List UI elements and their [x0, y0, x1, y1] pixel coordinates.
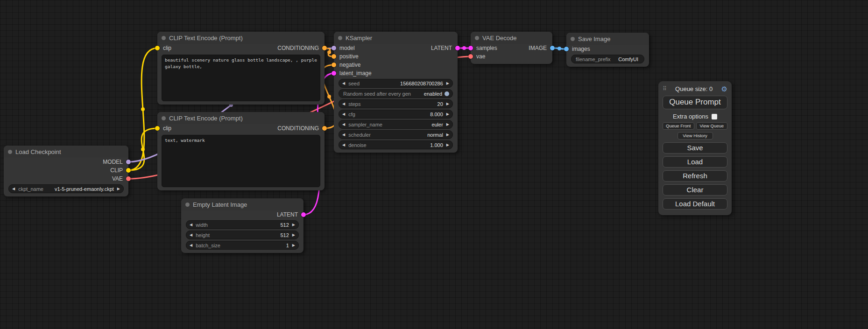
slot-row: LATENT: [181, 210, 303, 219]
arrow-left-icon[interactable]: ◀: [342, 123, 345, 126]
arrow-right-icon[interactable]: ▶: [446, 123, 449, 126]
wire-midpoint-dot: [141, 107, 145, 111]
arrow-left-icon[interactable]: ◀: [342, 133, 345, 137]
arrow-right-icon[interactable]: ▶: [292, 223, 295, 227]
negative-prompt-textarea[interactable]: text, watermark: [162, 135, 320, 187]
node-titlebar[interactable]: CLIP Text Encode (Prompt): [157, 32, 325, 44]
arrow-left-icon[interactable]: ◀: [342, 143, 345, 147]
output-port-vae[interactable]: [126, 176, 131, 181]
node-titlebar[interactable]: CLIP Text Encode (Prompt): [157, 112, 325, 124]
clear-button[interactable]: Clear: [663, 184, 727, 196]
widget-ckpt-name[interactable]: ◀ ckpt_name v1-5-pruned-emaonly.ckpt ▶: [8, 184, 124, 193]
queue-buttons-row: Queue Front View Queue: [663, 122, 727, 130]
input-port-latent-image[interactable]: [332, 71, 336, 76]
widget-width[interactable]: ◀ width 512 ▶: [186, 220, 299, 229]
output-port-conditioning[interactable]: [322, 46, 327, 50]
arrow-left-icon[interactable]: ◀: [342, 102, 345, 106]
widget-steps[interactable]: ◀ steps 20 ▶: [339, 99, 453, 108]
node-titlebar[interactable]: Save Image: [566, 33, 649, 45]
view-queue-button[interactable]: View Queue: [696, 122, 728, 130]
node-title: KSampler: [346, 35, 372, 42]
widget-height[interactable]: ◀ height 512 ▶: [186, 231, 299, 239]
arrow-right-icon[interactable]: ▶: [117, 187, 120, 191]
arrow-right-icon[interactable]: ▶: [446, 112, 449, 116]
arrow-right-icon[interactable]: ▶: [292, 233, 295, 237]
input-port-clip[interactable]: [155, 126, 160, 131]
collapse-dot-icon[interactable]: [185, 203, 190, 207]
node-clip-text-encode-negative[interactable]: CLIP Text Encode (Prompt) clip CONDITION…: [157, 112, 325, 190]
node-load-checkpoint[interactable]: Load Checkpoint MODEL CLIP VAE ◀ ckpt_na…: [4, 146, 128, 196]
arrow-left-icon[interactable]: ◀: [12, 187, 15, 191]
node-titlebar[interactable]: KSampler: [334, 32, 458, 44]
output-port-latent[interactable]: [301, 212, 306, 217]
collapse-dot-icon[interactable]: [475, 36, 479, 40]
slot-row: CLIP: [4, 166, 128, 175]
input-port-clip[interactable]: [155, 46, 160, 50]
widget-scheduler[interactable]: ◀ scheduler normal ▶: [339, 130, 453, 139]
input-port-positive[interactable]: [332, 54, 336, 59]
node-empty-latent-image[interactable]: Empty Latent Image LATENT ◀ width 512 ▶ …: [181, 198, 303, 253]
collapse-dot-icon[interactable]: [571, 37, 575, 41]
arrow-left-icon[interactable]: ◀: [342, 112, 345, 116]
view-history-button[interactable]: View History: [677, 132, 713, 140]
input-port-samples[interactable]: [468, 46, 473, 50]
node-titlebar[interactable]: Load Checkpoint: [4, 146, 128, 158]
arrow-right-icon[interactable]: ▶: [446, 143, 449, 147]
node-titlebar[interactable]: VAE Decode: [471, 32, 552, 44]
queue-prompt-button[interactable]: Queue Prompt: [663, 96, 727, 109]
load-button[interactable]: Load: [663, 156, 727, 168]
input-label-images: images: [572, 46, 590, 52]
widget-cfg[interactable]: ◀ cfg 8.000 ▶: [339, 110, 453, 119]
output-port-model[interactable]: [126, 160, 131, 164]
widget-filename-prefix[interactable]: filename_prefix ComfyUI: [571, 55, 644, 63]
input-port-images[interactable]: [564, 47, 569, 51]
widget-random-seed-toggle[interactable]: Random seed after every gen enabled: [339, 89, 453, 98]
arrow-left-icon[interactable]: ◀: [190, 233, 192, 237]
drag-handle-icon[interactable]: ⠿: [663, 85, 667, 92]
arrow-right-icon[interactable]: ▶: [446, 82, 449, 85]
output-port-clip[interactable]: [126, 168, 131, 173]
toggle-knob-icon[interactable]: [445, 91, 449, 96]
node-save-image[interactable]: Save Image images filename_prefix ComfyU…: [566, 33, 649, 67]
widget-name: cfg: [348, 112, 355, 117]
arrow-left-icon[interactable]: ◀: [342, 82, 345, 85]
queue-front-button[interactable]: Queue Front: [663, 122, 694, 130]
positive-prompt-textarea[interactable]: beautiful scenery nature glass bottle la…: [162, 55, 320, 101]
load-default-button[interactable]: Load Default: [663, 198, 727, 210]
widget-sampler-name[interactable]: ◀ sampler_name euler ▶: [339, 120, 453, 129]
widget-denoise[interactable]: ◀ denoise 1.000 ▶: [339, 140, 453, 149]
arrow-left-icon[interactable]: ◀: [190, 244, 192, 247]
arrow-right-icon[interactable]: ▶: [446, 133, 449, 137]
widget-batch-size[interactable]: ◀ batch_size 1 ▶: [186, 241, 299, 250]
widget-name: height: [196, 232, 210, 238]
wire-midpoint-dot: [327, 50, 331, 54]
comfyui-canvas[interactable]: { "colors": { "model": "#B39DDB", "clip"…: [0, 0, 868, 329]
slot-row: negative: [334, 61, 458, 69]
extra-options-checkbox[interactable]: [712, 114, 717, 119]
settings-gear-icon[interactable]: ⚙: [721, 85, 727, 92]
output-port-image[interactable]: [550, 46, 555, 50]
output-port-conditioning[interactable]: [322, 126, 327, 131]
arrow-right-icon[interactable]: ▶: [446, 102, 449, 106]
node-titlebar[interactable]: Empty Latent Image: [181, 198, 303, 210]
arrow-right-icon[interactable]: ▶: [292, 244, 295, 247]
input-port-model[interactable]: [332, 46, 336, 50]
node-ksampler[interactable]: KSampler model LATENT positive negative …: [334, 32, 458, 153]
input-label-vae: vae: [476, 53, 485, 60]
node-clip-text-encode-positive[interactable]: CLIP Text Encode (Prompt) clip CONDITION…: [157, 32, 325, 105]
input-label-latent-image: latent_image: [339, 70, 372, 77]
queue-menu-panel: ⠿ Queue size: 0 ⚙ Queue Prompt Extra opt…: [658, 81, 732, 215]
save-button[interactable]: Save: [663, 142, 727, 154]
widget-value: 156680208700286: [400, 81, 443, 86]
input-port-negative[interactable]: [332, 63, 336, 67]
arrow-left-icon[interactable]: ◀: [190, 223, 192, 227]
widget-seed[interactable]: ◀ seed 156680208700286 ▶: [339, 79, 453, 88]
input-port-vae[interactable]: [468, 54, 473, 59]
collapse-dot-icon[interactable]: [162, 36, 166, 40]
collapse-dot-icon[interactable]: [162, 116, 166, 120]
collapse-dot-icon[interactable]: [8, 150, 12, 154]
collapse-dot-icon[interactable]: [338, 36, 342, 40]
node-vae-decode[interactable]: VAE Decode samples IMAGE vae: [471, 32, 552, 64]
output-port-latent[interactable]: [455, 46, 460, 50]
refresh-button[interactable]: Refresh: [663, 170, 727, 182]
